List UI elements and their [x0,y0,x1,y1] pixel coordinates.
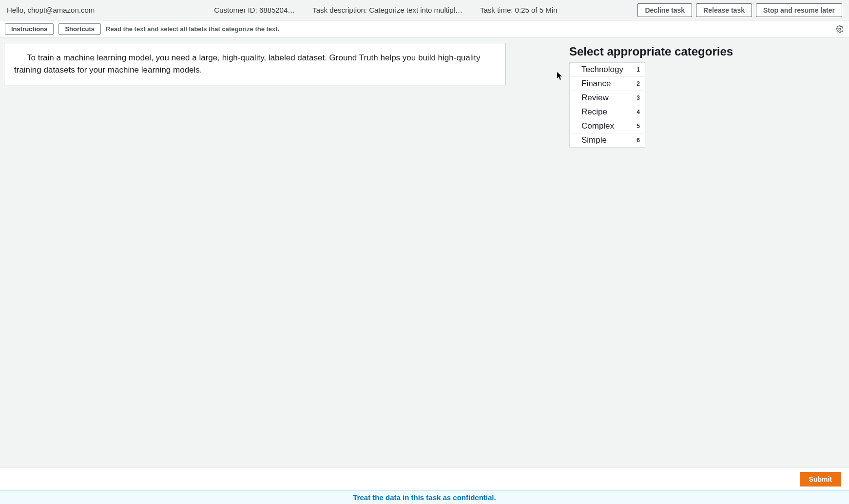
categories-panel: Select appropriate categories Technology… [511,43,845,462]
category-shortcut: 5 [637,123,640,130]
customer-id: Customer ID: 6885204… [214,6,295,14]
category-item-complex[interactable]: Complex 5 [570,119,645,133]
categories-title: Select appropriate categories [569,45,845,58]
category-label: Recipe [581,107,607,117]
task-text-panel: To train a machine learning model, you n… [4,43,506,85]
category-shortcut: 3 [637,94,640,101]
category-item-review[interactable]: Review 3 [570,91,645,105]
header-bar: Hello, chopt@amazon.com Customer ID: 688… [0,0,849,20]
decline-task-button[interactable]: Decline task [637,3,692,17]
submit-button[interactable]: Submit [800,472,841,486]
category-shortcut: 1 [637,66,640,73]
category-label: Technology [581,65,623,75]
confidential-text: Treat the data in this task as confident… [353,493,496,502]
release-task-button[interactable]: Release task [696,3,752,17]
task-time: Task time: 0:25 of 5 Min [480,6,557,14]
gear-icon[interactable] [835,25,844,34]
header-actions: Decline task Release task Stop and resum… [637,3,842,17]
content-area: To train a machine learning model, you n… [0,38,849,467]
submit-bar: Submit [0,467,849,490]
task-description: Task description: Categorize text into m… [312,6,463,14]
category-label: Finance [581,79,611,89]
category-item-technology[interactable]: Technology 1 [570,63,645,77]
category-shortcut: 4 [637,109,640,115]
category-item-simple[interactable]: Simple 6 [570,133,645,147]
task-text: To train a machine learning model, you n… [14,53,481,75]
confidential-banner: Treat the data in this task as confident… [0,490,849,504]
category-item-recipe[interactable]: Recipe 4 [570,105,645,119]
category-label: Complex [581,121,614,131]
svg-point-0 [839,28,841,30]
category-label: Review [581,93,609,103]
shortcuts-button[interactable]: Shortcuts [58,23,101,35]
category-list: Technology 1 Finance 2 Review 3 Recipe 4… [569,62,645,148]
header-meta: Customer ID: 6885204… Task description: … [134,6,637,14]
greeting-text: Hello, chopt@amazon.com [7,6,95,14]
category-shortcut: 2 [637,80,640,87]
toolbar: Instructions Shortcuts Read the text and… [0,20,849,38]
category-label: Simple [581,135,607,145]
category-item-finance[interactable]: Finance 2 [570,77,645,91]
toolbar-hint: Read the text and select all labels that… [106,25,279,33]
instructions-button[interactable]: Instructions [5,23,54,35]
category-shortcut: 6 [637,137,640,144]
stop-resume-button[interactable]: Stop and resume later [756,3,842,17]
